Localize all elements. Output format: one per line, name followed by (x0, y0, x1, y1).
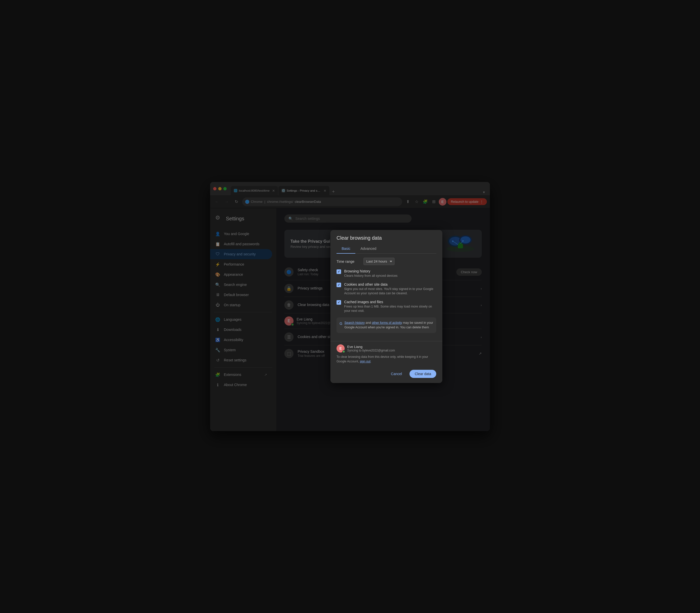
modal-user-section: E Eve Liang Syncing to byleve2022@gmail.… (330, 341, 442, 367)
modal-title: Clear browsing data (336, 235, 436, 241)
cookies-title: Cookies and other site data (344, 282, 436, 286)
clear-data-button[interactable]: Clear data (409, 370, 436, 378)
clear-browsing-modal: Clear browsing data Basic Advanced Time … (330, 230, 442, 383)
cookies-checkbox[interactable] (336, 283, 341, 287)
modal-tabs: Basic Advanced (336, 244, 436, 253)
modal-header: Clear browsing data Basic Advanced (330, 230, 442, 253)
modal-sync-badge (342, 350, 345, 353)
cookies-subtitle: Signs you out of most sites. You'll stay… (344, 287, 436, 296)
cached-content: Cached images and files Frees up less th… (344, 300, 436, 313)
browsing-history-title: Browsing history (344, 269, 397, 273)
activity-note: G Search history and other forms of acti… (336, 317, 436, 333)
browsing-history-subtitle: Clears history from all synced devices (344, 274, 397, 278)
browser-window: 🌐 localhost:8080/test/time ✕ ⚙️ Settings… (210, 182, 490, 431)
modal-overlay: Clear browsing data Basic Advanced Time … (210, 182, 490, 431)
time-range-row: Time range Last hour Last 24 hours Last … (336, 258, 436, 265)
activity-and-text: and (366, 321, 372, 325)
modal-body: Time range Last hour Last 24 hours Last … (330, 253, 442, 341)
other-forms-link[interactable]: other forms of activity (372, 321, 402, 325)
modal-user-avatar: E (336, 344, 345, 352)
activity-g-icon: G (340, 321, 342, 326)
cookies-checkbox-item: Cookies and other site data Signs you ou… (336, 282, 436, 296)
modal-tab-basic[interactable]: Basic (336, 244, 355, 253)
modal-user-name: Eve Liang (347, 345, 395, 349)
browsing-history-checkbox[interactable] (336, 270, 341, 274)
modal-footer: Cancel Clear data (330, 367, 442, 383)
cached-subtitle: Frees up less than 1 MB. Some sites may … (344, 304, 436, 313)
modal-tab-advanced[interactable]: Advanced (355, 244, 381, 253)
cached-title: Cached images and files (344, 300, 436, 304)
sign-out-link[interactable]: sign out (360, 360, 370, 363)
time-range-label: Time range (336, 260, 359, 263)
cancel-button[interactable]: Cancel (386, 370, 407, 378)
modal-user-email: Syncing to byleve2022@gmail.com (347, 349, 395, 352)
modal-sign-out-note: To clear browsing data from this device … (336, 354, 436, 364)
cookies-content: Cookies and other site data Signs you ou… (344, 282, 436, 296)
cached-checkbox-item: Cached images and files Frees up less th… (336, 300, 436, 313)
time-range-select[interactable]: Last hour Last 24 hours Last 7 days Last… (364, 258, 395, 265)
browsing-history-checkbox-item: Browsing history Clears history from all… (336, 269, 436, 278)
browsing-history-content: Browsing history Clears history from all… (344, 269, 397, 278)
activity-note-text: Search history and other forms of activi… (344, 321, 433, 329)
search-history-link[interactable]: Search history (344, 321, 365, 325)
modal-user-text: Eve Liang Syncing to byleve2022@gmail.co… (347, 345, 395, 352)
cached-checkbox[interactable] (336, 300, 341, 305)
modal-user-row: E Eve Liang Syncing to byleve2022@gmail.… (336, 344, 436, 352)
